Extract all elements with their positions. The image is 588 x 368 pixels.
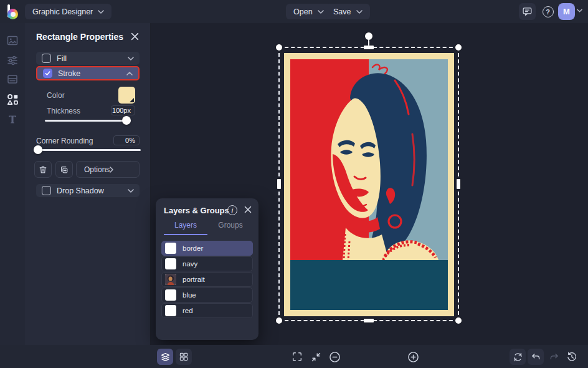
undo-icon	[531, 352, 541, 362]
fit-to-screen-button[interactable]	[308, 349, 324, 365]
layer-row-blue[interactable]: blue	[161, 288, 253, 303]
resize-handle-top-right[interactable]	[455, 44, 462, 51]
account-chevron-down-icon[interactable]	[577, 9, 582, 12]
resize-handle-bottom-right[interactable]	[455, 317, 462, 324]
fill-label: Fill	[57, 54, 122, 63]
history-button[interactable]	[564, 349, 580, 365]
layer-name: navy	[183, 260, 197, 268]
open-button[interactable]: Open	[286, 4, 331, 19]
layers-toggle-button[interactable]	[157, 349, 173, 365]
resize-handle-bottom-left[interactable]	[276, 317, 282, 324]
templates-tool-button[interactable]	[0, 70, 25, 88]
drop-shadow-checkbox[interactable]	[42, 186, 51, 195]
info-icon[interactable]: i	[227, 205, 237, 215]
close-panel-icon[interactable]	[131, 32, 139, 41]
layer-thumbnail	[165, 289, 176, 301]
stroke-toggle-row[interactable]: Stroke	[36, 66, 140, 80]
undo-button[interactable]	[528, 349, 544, 365]
thickness-slider[interactable]	[45, 116, 131, 125]
layer-row-border[interactable]: border	[161, 241, 253, 256]
refresh-icon	[513, 352, 523, 362]
redo-icon	[549, 352, 559, 362]
open-label: Open	[293, 7, 313, 16]
close-layers-panel-icon[interactable]	[244, 206, 252, 213]
comment-icon	[522, 6, 533, 17]
redo-button[interactable]	[546, 349, 562, 365]
zoom-in-button[interactable]	[405, 349, 421, 365]
layer-row-red[interactable]: red	[161, 303, 253, 318]
resize-handle-bottom[interactable]	[364, 319, 374, 322]
text-icon	[7, 114, 18, 125]
resize-handle-top-left[interactable]	[276, 44, 282, 51]
stroke-checkbox[interactable]	[43, 69, 52, 78]
corner-rounding-slider[interactable]	[34, 145, 141, 154]
left-toolbar	[0, 23, 25, 345]
edit-tool-button[interactable]	[0, 52, 25, 69]
chevron-down-icon	[128, 57, 134, 61]
resize-handle-left[interactable]	[277, 179, 281, 189]
user-avatar[interactable]: M	[558, 3, 575, 20]
text-tool-button[interactable]	[0, 110, 25, 128]
app-mode-label: Graphic Designer	[32, 7, 93, 16]
selection-marquee[interactable]	[278, 47, 459, 321]
graphics-tool-button[interactable]	[0, 90, 25, 108]
photos-tool-button[interactable]	[0, 32, 25, 49]
options-button[interactable]: Options	[76, 161, 140, 178]
zoom-out-icon	[329, 351, 341, 363]
pages-grid-button[interactable]	[176, 349, 192, 365]
layer-row-portrait[interactable]: portrait	[161, 272, 253, 287]
color-label: Color	[47, 91, 65, 100]
chevron-down-icon	[128, 189, 134, 193]
thickness-value-field[interactable]: 100px	[111, 105, 135, 115]
grid-icon	[179, 352, 189, 362]
save-label: Save	[333, 7, 351, 16]
corner-rounding-label: Corner Rounding	[36, 137, 93, 145]
chevron-down-icon	[318, 10, 324, 14]
graphics-icon	[6, 93, 19, 106]
photos-icon	[6, 34, 19, 47]
layer-row-navy[interactable]: navy	[161, 256, 253, 271]
drop-shadow-toggle-row[interactable]: Drop Shadow	[36, 184, 140, 197]
layer-name: red	[183, 307, 193, 314]
trash-icon	[38, 165, 48, 175]
resize-handle-right[interactable]	[457, 179, 460, 189]
logo-bowl	[7, 9, 18, 19]
avatar-initial: M	[563, 7, 570, 16]
app-mode-menu-button[interactable]: Graphic Designer	[25, 4, 111, 19]
resize-handle-top[interactable]	[364, 46, 374, 49]
tab-layers[interactable]: Layers	[164, 221, 207, 235]
feedback-button[interactable]	[519, 3, 536, 20]
corner-rounding-slider-track	[34, 149, 141, 151]
stroke-color-swatch[interactable]	[118, 87, 135, 104]
layer-name: blue	[183, 291, 196, 299]
chevron-up-icon	[126, 72, 133, 75]
help-button[interactable]: ?	[539, 3, 556, 20]
corner-rounding-slider-handle[interactable]	[34, 145, 42, 154]
reset-button[interactable]	[510, 349, 526, 365]
fullscreen-button[interactable]	[289, 349, 305, 365]
thickness-label: Thickness	[47, 107, 80, 115]
rotate-handle[interactable]	[365, 32, 372, 40]
bottombar: 14%	[0, 345, 588, 368]
chevron-down-icon	[356, 10, 363, 14]
layer-name: portrait	[183, 276, 205, 283]
layers-panel: Layers & Groups i Layers Groups border n…	[156, 198, 258, 340]
app-logo-icon[interactable]	[6, 4, 21, 19]
duplicate-button[interactable]	[55, 161, 73, 178]
options-label: Options	[84, 165, 110, 174]
corner-rounding-value-field[interactable]: 0%	[113, 135, 140, 145]
fill-checkbox[interactable]	[42, 54, 51, 63]
tab-groups-label: Groups	[218, 221, 242, 230]
chevron-right-icon	[110, 167, 131, 173]
layer-thumbnail	[165, 243, 176, 254]
fill-toggle-row[interactable]: Fill	[36, 52, 140, 65]
help-icon: ?	[543, 6, 554, 17]
sliders-icon	[6, 54, 19, 67]
layer-thumbnail	[165, 258, 176, 269]
panel-title: Rectangle Properties	[36, 32, 123, 42]
save-button[interactable]: Save	[326, 4, 370, 19]
tab-groups[interactable]: Groups	[209, 221, 252, 234]
delete-button[interactable]	[34, 161, 52, 178]
zoom-out-button[interactable]	[326, 349, 343, 365]
thickness-slider-handle[interactable]	[122, 116, 131, 125]
